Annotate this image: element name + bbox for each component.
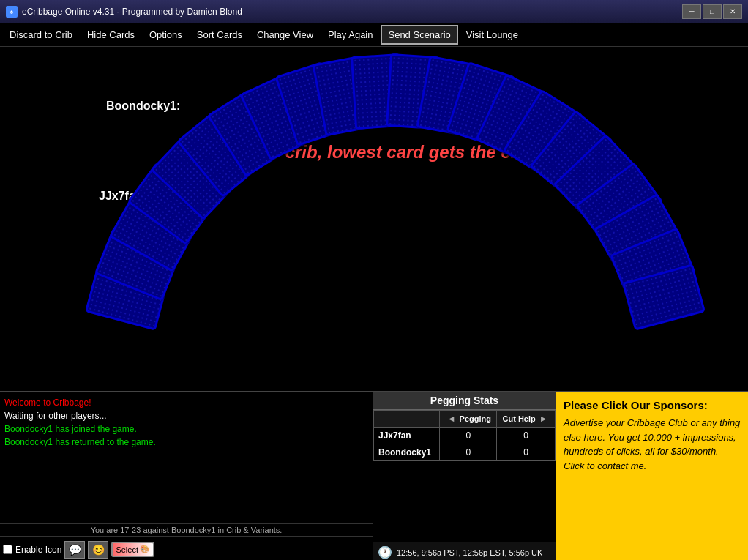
game-area: Boondocky1: Draw for crib, lowest card g… [0,47,748,391]
menu-item-options[interactable]: Options [143,26,189,44]
color-swatch: 🎨 [140,545,150,554]
ad-body: Advertise your Cribbage Club or any thin… [564,416,741,473]
stats-col-cut-help[interactable]: Cut Help ► [497,411,556,428]
stats-row: Boondocky100 [374,444,556,461]
menu-bar: Discard to CribHide CardsOptionsSort Car… [0,23,748,47]
player1-label: Boondocky1: [106,100,180,113]
stats-pegging: 0 [440,444,497,461]
menu-item-visit-lounge[interactable]: Visit Lounge [460,26,525,44]
ad-title: Please Click Our Sponsors: [564,399,741,411]
chat-message: Waiting for other players... [4,409,368,422]
card-fan[interactable] [183,171,637,362]
menu-item-hide-cards[interactable]: Hide Cards [81,26,141,44]
title-bar: ♠ eCribbage Online v4.31 - Programmed by… [0,0,748,23]
stats-cut-help: 0 [497,444,556,461]
select-color-button[interactable]: Select 🎨 [111,542,154,557]
stats-col-player [374,411,440,428]
stats-area: Pegging Stats ◄ Pegging Cut Help ► JJx7f… [373,392,556,560]
stats-title: Pegging Stats [373,392,556,410]
menu-item-send-scenario[interactable]: Send Scenario [381,25,457,45]
app-icon: ♠ [6,6,18,18]
chat-message: Welcome to Cribbage! [4,396,368,409]
close-button[interactable]: ✕ [723,4,742,19]
stats-cut-help: 0 [497,428,556,444]
clock-row: 🕐 12:56, 9:56a PST, 12:56p EST, 5:56p UK [373,542,556,560]
game-message: Draw for crib, lowest card gets the crib… [0,142,748,163]
clock-icon: 🕐 [378,545,392,559]
cut-help-next-icon[interactable]: ► [538,414,550,424]
stats-header-row: ◄ Pegging Cut Help ► [374,411,556,428]
pegging-prev-icon[interactable]: ◄ [446,414,457,424]
select-color-label: Select [116,545,138,554]
stats-player-name: Boondocky1 [374,444,440,461]
chat-status: You are 17-23 against Boondocky1 in Crib… [0,523,373,536]
title-bar-title: eCribbage Online v4.31 - Programmed by D… [22,7,242,17]
chat-message: Boondocky1 has returned to the game. [4,436,368,449]
chat-messages: Welcome to Cribbage!Waiting for other pl… [0,392,373,517]
chat-area: Welcome to Cribbage!Waiting for other pl… [0,392,373,560]
chat-message: Boondocky1 has joined the game. [4,422,368,436]
minimize-button[interactable]: ─ [682,4,701,19]
enable-icon-checkbox[interactable] [3,545,12,554]
maximize-button[interactable]: □ [703,4,722,19]
menu-item-sort-cards[interactable]: Sort Cards [190,26,249,44]
stats-pegging: 0 [440,428,497,444]
stats-row: JJx7fan00 [374,428,556,444]
stats-col-pegging[interactable]: ◄ Pegging [440,411,497,428]
title-bar-controls[interactable]: ─ □ ✕ [682,4,742,19]
menu-item-discard-to-crib[interactable]: Discard to Crib [3,26,79,44]
stats-table: ◄ Pegging Cut Help ► JJx7fan00Boondocky1… [373,410,556,461]
chat-speech-icon[interactable]: 💬 [64,541,85,559]
title-bar-left: ♠ eCribbage Online v4.31 - Programmed by… [6,6,242,18]
chat-input-row: Enable Icon 💬 😊 Select 🎨 [0,536,373,560]
bottom-section: Welcome to Cribbage!Waiting for other pl… [0,391,748,560]
enable-icon-label: Enable Icon [15,545,61,555]
stats-player-name: JJx7fan [374,428,440,444]
chat-emoji-icon[interactable]: 😊 [88,541,108,559]
menu-item-play-again[interactable]: Play Again [321,26,379,44]
menu-item-change-view[interactable]: Change View [250,26,320,44]
clock-text: 12:56, 9:56a PST, 12:56p EST, 5:56p UK [397,548,542,557]
ad-area[interactable]: Please Click Our Sponsors: Advertise you… [556,392,748,560]
